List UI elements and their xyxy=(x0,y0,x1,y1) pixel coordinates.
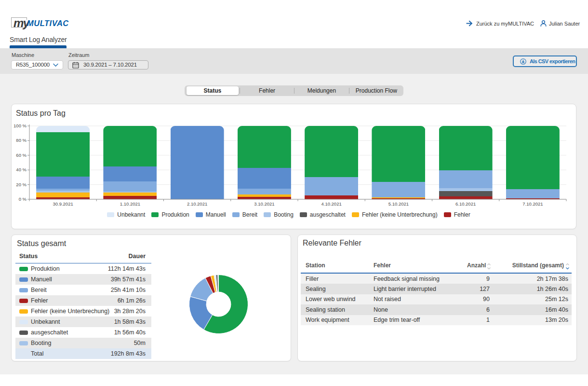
svg-text:80 %: 80 % xyxy=(16,138,27,143)
svg-text:100 %: 100 % xyxy=(13,123,27,128)
svg-text:0 %: 0 % xyxy=(19,196,27,202)
svg-text:5.10.2021: 5.10.2021 xyxy=(388,201,409,207)
svg-text:7.10.2021: 7.10.2021 xyxy=(522,201,543,207)
svg-text:40 %: 40 % xyxy=(16,167,27,172)
svg-text:4.10.2021: 4.10.2021 xyxy=(321,201,341,207)
svg-text:1.10.2021: 1.10.2021 xyxy=(120,201,140,207)
svg-text:60 %: 60 % xyxy=(16,152,27,158)
svg-text:30.9.2021: 30.9.2021 xyxy=(53,201,73,207)
svg-text:20 %: 20 % xyxy=(16,182,27,187)
svg-text:6.10.2021: 6.10.2021 xyxy=(455,201,476,207)
svg-text:3.10.2021: 3.10.2021 xyxy=(254,201,274,207)
svg-text:2.10.2021: 2.10.2021 xyxy=(187,201,207,207)
